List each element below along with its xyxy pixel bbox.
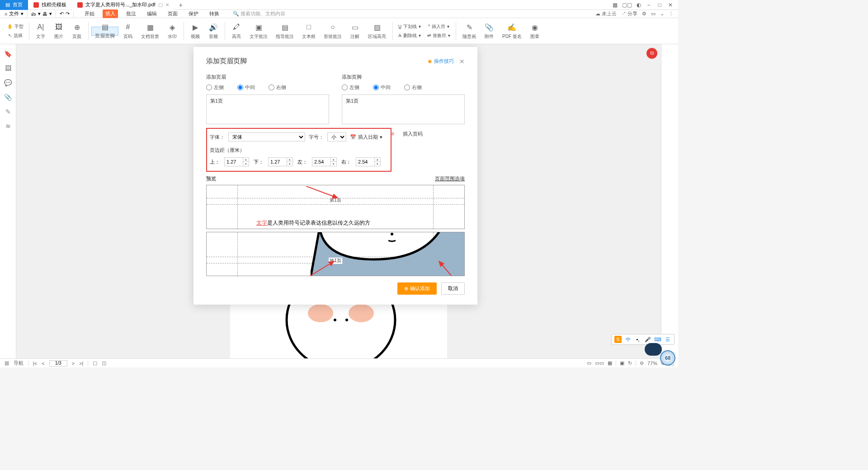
- settings-icon[interactable]: ⚙: [642, 11, 646, 17]
- margin-bottom-input[interactable]: [268, 157, 287, 166]
- menu-icon[interactable]: ≡: [5, 11, 7, 17]
- layout-icon[interactable]: ▦: [613, 2, 618, 8]
- menu-annotate[interactable]: 批注: [123, 9, 139, 18]
- rotate-icon[interactable]: ↻: [628, 360, 632, 366]
- close-button[interactable]: ✕: [667, 2, 674, 8]
- view1-icon[interactable]: ▭: [587, 360, 591, 366]
- comment-icon[interactable]: 💬: [4, 79, 12, 87]
- page-number[interactable]: #页码: [119, 20, 137, 42]
- tool-icon[interactable]: ✎: [4, 108, 12, 116]
- tips-link[interactable]: ◉操作技巧: [428, 58, 454, 65]
- select-tool[interactable]: ↖选择: [5, 32, 26, 40]
- menu-protect[interactable]: 保护: [186, 9, 201, 18]
- doc-background[interactable]: ▦文档背景: [137, 20, 163, 42]
- spin-buttons[interactable]: ▴▾: [331, 157, 337, 166]
- margin-top-input[interactable]: [224, 157, 243, 166]
- zoom-out-button[interactable]: ⊖: [640, 360, 644, 366]
- thumbs-icon[interactable]: ▥: [5, 360, 9, 366]
- text-annotation[interactable]: ▣文字批注: [246, 20, 271, 42]
- undo-icon[interactable]: ↶: [60, 11, 64, 17]
- stamp[interactable]: ◉图章: [526, 20, 543, 42]
- tab-templates[interactable]: 找稻壳模板: [28, 0, 72, 10]
- pdf-sign[interactable]: ✍PDF 签名: [499, 20, 525, 42]
- size-select[interactable]: 小四: [327, 132, 346, 141]
- footer-content-input[interactable]: 第1页: [342, 94, 465, 124]
- watermark[interactable]: ◈水印: [164, 20, 181, 42]
- spin-buttons[interactable]: ▴▾: [243, 157, 249, 166]
- tab-home[interactable]: ▤首页: [0, 0, 28, 10]
- cancel-button[interactable]: 取消: [441, 282, 465, 295]
- ime-lang[interactable]: 中: [624, 336, 632, 343]
- ime-mic-icon[interactable]: 🎤: [644, 336, 651, 343]
- avatar-icon[interactable]: ◐: [637, 2, 641, 8]
- insert-date-button[interactable]: 📅 插入日期 ▾: [350, 134, 382, 141]
- collapse-icon[interactable]: ⌄: [660, 11, 664, 17]
- margin-right-input[interactable]: [356, 157, 375, 166]
- margin-left-input[interactable]: [312, 157, 331, 166]
- underline[interactable]: U̲下划线 ▾: [396, 23, 424, 31]
- view3-icon[interactable]: ▦: [608, 360, 612, 366]
- open-icon[interactable]: 🗁: [31, 11, 36, 17]
- bookmark-icon[interactable]: 🔖: [4, 50, 12, 58]
- footer-left-radio[interactable]: 左侧: [342, 84, 359, 91]
- insert-pagenum-button[interactable]: 插入页码: [403, 131, 423, 136]
- insert-symbol[interactable]: ^插入符 ▾: [425, 23, 453, 31]
- ime-settings-icon[interactable]: ☰: [664, 336, 671, 343]
- prev-page-button[interactable]: <: [42, 361, 44, 366]
- fit-icon[interactable]: ▢: [93, 360, 97, 366]
- dialog-close-button[interactable]: ✕: [459, 58, 465, 65]
- note[interactable]: ▭注解: [346, 20, 363, 42]
- ime-punct[interactable]: •,: [634, 336, 642, 343]
- menu-convert[interactable]: 转换: [207, 9, 222, 18]
- fit2-icon[interactable]: ◫: [102, 360, 106, 366]
- strikethrough[interactable]: A̶删除线 ▾: [396, 32, 424, 40]
- more-icon[interactable]: ⋮: [669, 11, 674, 17]
- insert-text[interactable]: A|文字: [32, 20, 49, 42]
- guide-annotation[interactable]: ▤指导批注: [272, 20, 297, 42]
- system-monitor[interactable]: 68: [648, 343, 675, 366]
- page-range-link[interactable]: 页面范围选项: [435, 175, 465, 182]
- layers-icon[interactable]: ≋: [4, 122, 12, 130]
- menu-start[interactable]: 开始: [82, 9, 97, 18]
- menu-edit[interactable]: 编辑: [144, 9, 160, 18]
- image-panel-icon[interactable]: 🖼: [4, 64, 12, 72]
- freehand[interactable]: ✎随意画: [459, 20, 480, 42]
- footer-center-radio[interactable]: 中间: [373, 84, 391, 91]
- confirm-button[interactable]: ⊕确认添加: [397, 282, 437, 295]
- shape-annotation[interactable]: ○形状批注: [320, 20, 345, 42]
- spin-buttons[interactable]: ▴▾: [375, 157, 381, 166]
- pdf-badge-icon[interactable]: 印: [646, 48, 657, 59]
- header-right-radio[interactable]: 右侧: [269, 84, 286, 91]
- insert-video[interactable]: ▶视频: [187, 20, 204, 42]
- first-page-button[interactable]: |<: [33, 361, 37, 366]
- insert-image[interactable]: 🖼图片: [50, 20, 67, 42]
- font-select[interactable]: 宋体: [228, 132, 305, 141]
- replace-symbol[interactable]: ⇄替换符 ▾: [425, 32, 453, 40]
- spin-buttons[interactable]: ▴▾: [287, 157, 293, 166]
- add-tab-button[interactable]: +: [175, 1, 187, 9]
- tab-document[interactable]: 文字是人类用符号..._加水印.pdf▢✕: [72, 0, 175, 10]
- restore-button[interactable]: □: [656, 2, 663, 8]
- close-icon[interactable]: ✕: [165, 2, 169, 7]
- apps-icon[interactable]: ▢▢: [622, 2, 632, 8]
- header-content-input[interactable]: 第1页: [206, 94, 329, 124]
- clip-icon[interactable]: 📎: [4, 93, 12, 101]
- menu-insert[interactable]: 插入: [103, 9, 118, 18]
- page-input[interactable]: [49, 360, 67, 367]
- open-dropdown-icon[interactable]: ▾: [38, 11, 41, 17]
- redo-icon[interactable]: ↷: [66, 11, 70, 17]
- insert-audio[interactable]: 🔊音频: [205, 20, 222, 42]
- next-page-button[interactable]: >: [72, 361, 75, 366]
- header-left-radio[interactable]: 左侧: [206, 84, 224, 91]
- minimize-button[interactable]: −: [646, 2, 652, 8]
- search-input[interactable]: 🔍 搜索功能、文档内容: [233, 10, 285, 17]
- attachment[interactable]: 📎附件: [481, 20, 498, 42]
- cloud-status[interactable]: ☁ 未上云: [595, 10, 617, 17]
- footer-right-radio[interactable]: 右侧: [404, 84, 422, 91]
- insert-page[interactable]: ⊕页面: [68, 20, 85, 42]
- share-button[interactable]: ↗ 分享: [621, 10, 637, 17]
- hand-tool[interactable]: ✋手型: [5, 23, 26, 31]
- file-menu[interactable]: 文件 ▾: [9, 10, 24, 17]
- print-icon[interactable]: 🖶: [42, 11, 47, 17]
- area-highlight[interactable]: ▨区域高亮: [364, 20, 390, 42]
